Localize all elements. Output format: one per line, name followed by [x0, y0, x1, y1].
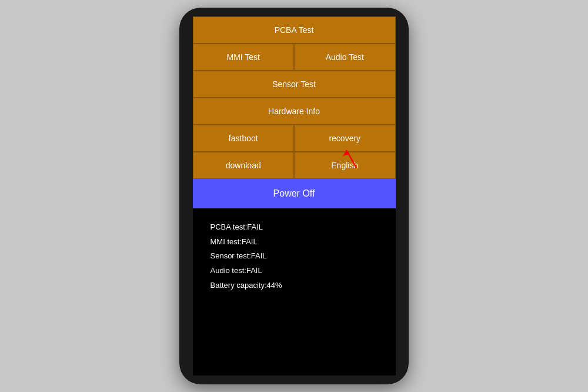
sensor-test-button[interactable]: Sensor Test [193, 71, 396, 98]
recovery-button[interactable]: recovery [294, 125, 396, 152]
download-english-row: download English [193, 152, 396, 179]
mmi-status: MMI test:FAIL [211, 235, 378, 250]
menu-area: PCBA Test MMI Test Audio Test Sensor Tes… [193, 16, 396, 208]
fastboot-recovery-row: fastboot recovery [193, 125, 396, 152]
status-area: PCBA test:FAIL MMI test:FAIL Sensor test… [193, 208, 396, 376]
mmi-audio-row: MMI Test Audio Test [193, 44, 396, 71]
battery-status: Battery capacity:44% [211, 278, 378, 293]
audio-status: Audio test:FAIL [211, 264, 378, 278]
sensor-status: Sensor test:FAIL [211, 249, 378, 264]
pcba-test-button[interactable]: PCBA Test [193, 16, 396, 44]
download-button[interactable]: download [193, 152, 295, 179]
phone-screen: PCBA Test MMI Test Audio Test Sensor Tes… [193, 16, 396, 376]
mmi-test-button[interactable]: MMI Test [193, 44, 295, 71]
fastboot-button[interactable]: fastboot [193, 125, 295, 152]
hardware-info-button[interactable]: Hardware Info [193, 98, 396, 125]
audio-test-button[interactable]: Audio Test [294, 44, 396, 71]
power-off-button[interactable]: Power Off [193, 179, 396, 208]
phone-device: PCBA Test MMI Test Audio Test Sensor Tes… [179, 8, 409, 384]
english-button[interactable]: English [294, 152, 396, 179]
pcba-status: PCBA test:FAIL [211, 220, 378, 235]
